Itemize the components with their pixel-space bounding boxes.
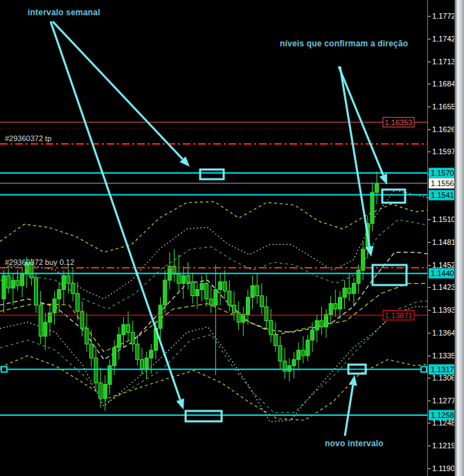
annotation-niveis-confirmam[interactable]: níveis que confirmam a direção xyxy=(280,39,408,48)
candle-body xyxy=(62,275,65,289)
candle-body xyxy=(325,315,328,327)
candle-body xyxy=(334,304,337,309)
chart-area[interactable]: 1.163531.13871 intervalo semanal níveis … xyxy=(0,0,427,476)
candle-body xyxy=(256,286,259,296)
candle-body xyxy=(35,278,38,305)
mid-band-lower xyxy=(0,301,427,412)
axis-tick-mark xyxy=(428,378,431,378)
candle-body xyxy=(371,192,374,223)
annotation-intervalo-semanal[interactable]: intervalo semanal xyxy=(28,8,100,17)
candle-body xyxy=(209,299,213,305)
annotation-arrow[interactable] xyxy=(345,375,357,436)
candle-body xyxy=(136,344,139,359)
candle-body xyxy=(145,358,148,369)
axis-price-tag-1.15701: 1.15701 xyxy=(429,167,454,178)
candle-body xyxy=(85,329,89,344)
candle-body xyxy=(11,280,15,288)
candle-body xyxy=(357,270,360,283)
candle-body xyxy=(159,305,162,329)
candle-body xyxy=(150,350,153,358)
order-line-label-tp[interactable]: #29360372 tp xyxy=(5,134,51,143)
arrow-head-icon xyxy=(176,399,184,410)
candle-body xyxy=(122,324,125,335)
candle-body xyxy=(237,313,240,322)
candle-body xyxy=(16,280,19,286)
candle-body xyxy=(131,332,134,344)
annotation-rect[interactable] xyxy=(200,170,224,179)
candle-body xyxy=(48,313,52,322)
candle-body xyxy=(205,284,208,299)
axis-tick-mark xyxy=(428,287,431,288)
candle-body xyxy=(311,330,314,340)
candle-body xyxy=(127,324,130,332)
candle-body xyxy=(53,299,56,313)
axis-tick-mark xyxy=(428,401,431,401)
axis-tick-mark xyxy=(428,39,431,39)
axis-price-tag-1.15567: 1.15567 xyxy=(429,178,454,188)
candle-body xyxy=(57,290,61,299)
annotation-rect[interactable] xyxy=(186,411,222,421)
order-line-label-buy[interactable]: #29360372 buy 0.12 xyxy=(5,258,74,266)
candle-body xyxy=(228,291,231,305)
axis-tick-mark xyxy=(428,333,431,333)
annotations xyxy=(51,21,407,436)
arrow-shaft xyxy=(53,21,183,159)
annotation-arrow[interactable] xyxy=(339,66,387,185)
arrow-shaft xyxy=(340,66,370,246)
candle-body xyxy=(80,311,84,329)
candle-body xyxy=(362,249,365,270)
annotation-arrow[interactable] xyxy=(51,21,184,410)
candle-body xyxy=(338,298,341,309)
candle-body xyxy=(219,282,222,289)
axis-price-tag-1.13175: 1.13175 xyxy=(429,364,454,374)
candle-body xyxy=(117,335,121,348)
candle-body xyxy=(191,282,195,295)
axis-tick-mark xyxy=(428,129,431,130)
mt4-chart-window: 1.163531.13871 intervalo semanal níveis … xyxy=(0,0,464,476)
vertical-scrollbar[interactable] xyxy=(454,0,464,476)
candle-body xyxy=(66,275,70,283)
axis-tick-mark xyxy=(428,242,431,243)
candle-body xyxy=(265,306,268,320)
candle-body xyxy=(103,385,107,399)
chart-price-tag-label: 1.13871 xyxy=(385,311,413,320)
arrow-shaft xyxy=(51,21,180,400)
annotation-arrow[interactable] xyxy=(53,21,190,167)
axis-tick-mark xyxy=(428,310,431,311)
candle-body xyxy=(181,275,185,283)
candle-body xyxy=(292,360,296,366)
chart-canvas[interactable]: 1.163531.13871 xyxy=(0,0,427,476)
candle-body xyxy=(113,348,116,366)
axis-price-tag-1.15419: 1.15419 xyxy=(429,190,454,200)
candle-body xyxy=(186,275,190,282)
arrow-head-icon xyxy=(366,246,374,257)
candle-body xyxy=(278,345,282,360)
candle-body xyxy=(352,284,355,294)
axis-tick-mark xyxy=(428,107,431,107)
arrow-head-icon xyxy=(349,375,357,386)
candle-body xyxy=(2,275,6,299)
candle-body xyxy=(214,290,217,305)
candle-body xyxy=(260,296,263,307)
axis-tick-mark xyxy=(428,356,431,356)
candle-body xyxy=(320,320,323,327)
chart-price-tag-label: 1.16353 xyxy=(385,118,413,127)
candle-body xyxy=(246,298,249,315)
price-axis[interactable]: 1.177201.174251.171351.168451.165551.162… xyxy=(427,0,454,476)
candle-body xyxy=(141,360,144,369)
annotation-novo-intervalo[interactable]: novo intervalo xyxy=(325,439,384,448)
axis-tick-mark xyxy=(428,446,431,446)
candle-body xyxy=(306,340,310,356)
candle-body xyxy=(348,288,351,293)
hline-handle[interactable] xyxy=(421,367,427,372)
axis-tick-mark xyxy=(428,468,431,469)
candle-body xyxy=(242,315,245,322)
axis-tick-mark xyxy=(428,423,431,423)
candle-body xyxy=(44,322,47,336)
hline-handle[interactable] xyxy=(1,367,7,372)
candle-body xyxy=(301,350,305,356)
candles xyxy=(2,172,379,411)
axis-tick-mark xyxy=(428,84,431,84)
candle-body xyxy=(21,274,24,286)
candle-body xyxy=(287,366,291,372)
